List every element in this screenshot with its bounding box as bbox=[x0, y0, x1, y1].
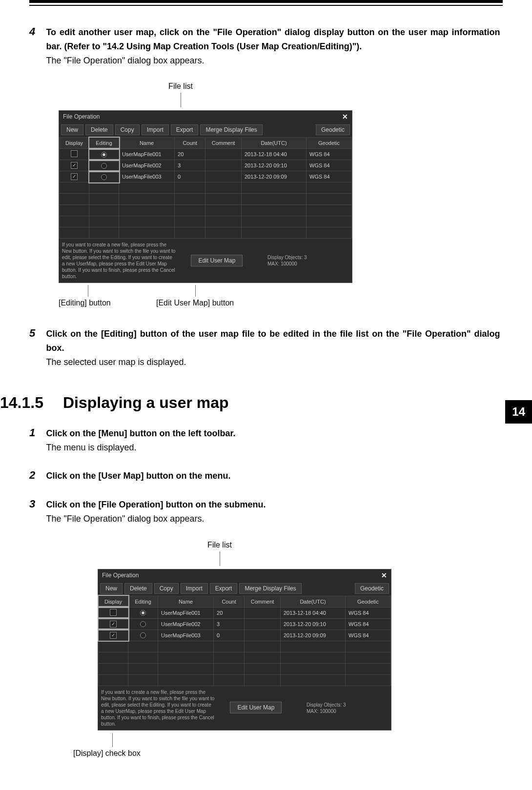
col-display: Display bbox=[99, 596, 128, 607]
cell-name: UserMapFile001 bbox=[119, 149, 175, 160]
display-checkbox[interactable]: ✓ bbox=[110, 621, 117, 628]
step5-result: The selected user map is displayed. bbox=[46, 357, 186, 367]
copy-button[interactable]: Copy bbox=[154, 583, 179, 594]
cell-date: 2013-12-20 09:09 bbox=[281, 629, 346, 641]
editing-radio[interactable] bbox=[101, 152, 107, 158]
col-comment: Comment bbox=[205, 138, 242, 149]
delete-button[interactable]: Delete bbox=[124, 583, 152, 594]
col-geodetic: Geodetic bbox=[346, 596, 391, 607]
dialog-hint: If you want to create a new file, please… bbox=[101, 689, 215, 727]
display-checkbox[interactable]: ✓ bbox=[71, 162, 78, 169]
max-objects-text: MAX: 100000 bbox=[267, 261, 349, 267]
cell-geodetic: WGS 84 bbox=[307, 171, 352, 182]
cell-count: 3 bbox=[175, 160, 205, 171]
merge-button[interactable]: Merge Display Files bbox=[200, 124, 262, 135]
display-checkbox[interactable] bbox=[110, 609, 117, 616]
cell-comment bbox=[245, 629, 281, 641]
export-button[interactable]: Export bbox=[210, 583, 238, 594]
dialog-title: File Operation bbox=[63, 113, 100, 120]
import-button[interactable]: Import bbox=[181, 583, 208, 594]
display-objects-text: Display Objects: 3 bbox=[307, 702, 388, 708]
edit-user-map-button[interactable]: Edit User Map bbox=[230, 702, 282, 713]
table-row[interactable]: ✓ UserMapFile002 3 2013-12-20 09:10 WGS … bbox=[60, 160, 352, 171]
step-number: 5 bbox=[29, 327, 44, 340]
section-title: Displaying a user map bbox=[63, 394, 229, 411]
step4-instruction: To edit another user map, click on the "… bbox=[46, 27, 500, 51]
table-row[interactable]: ✓ UserMapFile003 0 2013-12-20 09:09 WGS … bbox=[99, 629, 391, 641]
col-display: Display bbox=[60, 138, 89, 149]
step-number: 4 bbox=[29, 25, 44, 38]
display-objects-text: Display Objects: 3 bbox=[267, 254, 349, 261]
geodetic-button[interactable]: Geodetic bbox=[355, 583, 389, 594]
col-editing: Editing bbox=[89, 138, 119, 149]
table-row[interactable]: ✓ UserMapFile002 3 2013-12-20 09:10 WGS … bbox=[99, 618, 391, 629]
annotation-file-list: File list bbox=[207, 541, 232, 549]
callout-editing-button: [Editing] button bbox=[59, 299, 111, 307]
col-count: Count bbox=[214, 596, 245, 607]
annotation-file-list: File list bbox=[168, 82, 193, 90]
col-name: Name bbox=[158, 596, 214, 607]
file-operation-dialog: File Operation ✕ New Delete Copy Import … bbox=[59, 110, 352, 283]
copy-button[interactable]: Copy bbox=[115, 124, 140, 135]
cell-date: 2013-12-18 04:40 bbox=[242, 149, 307, 160]
display-checkbox[interactable] bbox=[71, 150, 78, 157]
cell-comment bbox=[245, 607, 281, 618]
cell-name: UserMapFile003 bbox=[119, 171, 175, 182]
table-row[interactable]: UserMapFile001 20 2013-12-18 04:40 WGS 8… bbox=[60, 149, 352, 160]
step5-instruction: Click on the [Editing] button of the use… bbox=[46, 329, 500, 353]
geodetic-button[interactable]: Geodetic bbox=[316, 124, 350, 135]
col-date: Date(UTC) bbox=[242, 138, 307, 149]
chapter-tab: 14 bbox=[505, 400, 532, 424]
editing-radio[interactable] bbox=[101, 174, 107, 180]
step-number: 1 bbox=[29, 426, 44, 439]
cell-comment bbox=[205, 171, 242, 182]
cell-comment bbox=[245, 618, 281, 629]
editing-radio[interactable] bbox=[140, 632, 146, 638]
editing-radio[interactable] bbox=[140, 610, 146, 616]
cell-geodetic: WGS 84 bbox=[346, 607, 391, 618]
cell-name: UserMapFile002 bbox=[158, 618, 214, 629]
close-icon[interactable]: ✕ bbox=[342, 113, 348, 121]
merge-button[interactable]: Merge Display Files bbox=[239, 583, 301, 594]
cell-date: 2013-12-18 04:40 bbox=[281, 607, 346, 618]
cell-geodetic: WGS 84 bbox=[307, 149, 352, 160]
section-number: 14.1.5 bbox=[0, 394, 59, 412]
step4-result: The "File Operation" dialog box appears. bbox=[46, 56, 204, 65]
table-row[interactable]: UserMapFile001 20 2013-12-18 04:40 WGS 8… bbox=[99, 607, 391, 618]
new-button[interactable]: New bbox=[61, 124, 83, 135]
cell-date: 2013-12-20 09:10 bbox=[281, 618, 346, 629]
edit-user-map-button[interactable]: Edit User Map bbox=[191, 255, 243, 266]
cell-geodetic: WGS 84 bbox=[307, 160, 352, 171]
step3-result: The "File Operation" dialog box appears. bbox=[46, 514, 204, 524]
file-table: Display Editing Name Count Comment Date(… bbox=[98, 596, 391, 686]
step1-result: The menu is displayed. bbox=[46, 443, 136, 452]
cell-geodetic: WGS 84 bbox=[346, 618, 391, 629]
table-row[interactable]: ✓ UserMapFile003 0 2013-12-20 09:09 WGS … bbox=[60, 171, 352, 182]
dialog-title: File Operation bbox=[102, 572, 139, 579]
import-button[interactable]: Import bbox=[142, 124, 169, 135]
callout-edit-user-map-button: [Edit User Map] button bbox=[156, 299, 234, 307]
export-button[interactable]: Export bbox=[171, 124, 199, 135]
close-icon[interactable]: ✕ bbox=[381, 571, 387, 579]
step3-instruction: Click on the [File Operation] button on … bbox=[46, 500, 266, 509]
step-number: 2 bbox=[29, 469, 44, 482]
cell-geodetic: WGS 84 bbox=[346, 629, 391, 641]
cell-count: 20 bbox=[175, 149, 205, 160]
cell-count: 3 bbox=[214, 618, 245, 629]
display-checkbox[interactable]: ✓ bbox=[71, 173, 78, 180]
cell-comment bbox=[205, 160, 242, 171]
col-geodetic: Geodetic bbox=[307, 138, 352, 149]
col-count: Count bbox=[175, 138, 205, 149]
editing-radio[interactable] bbox=[101, 163, 107, 169]
cell-name: UserMapFile001 bbox=[158, 607, 214, 618]
callout-display-checkbox: [Display] check box bbox=[73, 749, 141, 757]
dialog-hint: If you want to create a new file, please… bbox=[62, 242, 176, 280]
editing-radio[interactable] bbox=[140, 621, 146, 627]
col-editing: Editing bbox=[128, 596, 158, 607]
display-checkbox[interactable]: ✓ bbox=[110, 632, 117, 639]
cell-count: 0 bbox=[214, 629, 245, 641]
step-number: 3 bbox=[29, 498, 44, 510]
delete-button[interactable]: Delete bbox=[85, 124, 113, 135]
col-name: Name bbox=[119, 138, 175, 149]
new-button[interactable]: New bbox=[100, 583, 123, 594]
